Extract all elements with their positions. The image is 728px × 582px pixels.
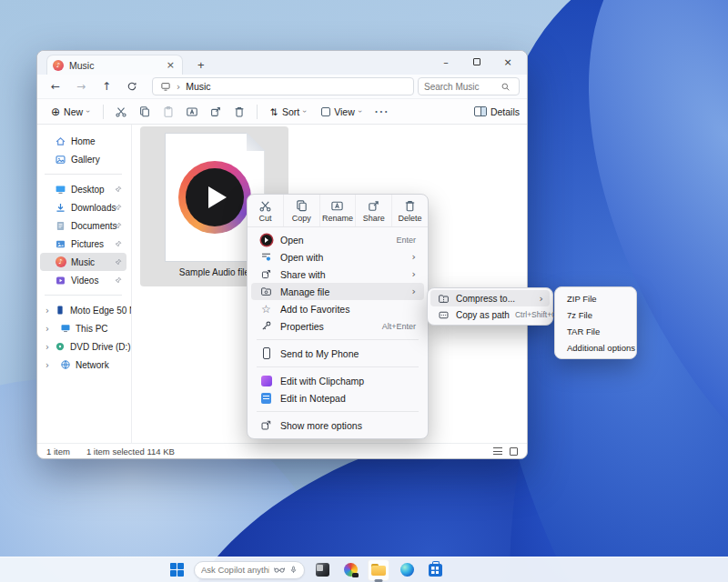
file-explorer-icon [371,564,386,576]
sidebar-item-network[interactable]: Network [40,356,126,374]
microphone-icon[interactable] [289,565,298,575]
menu-item-share-with[interactable]: Share with [251,266,424,283]
maximize-button[interactable] [461,51,492,73]
menu-item-tar-file[interactable]: TAR File [558,323,633,339]
paste-button[interactable] [157,102,179,122]
command-label: Cut [258,214,271,223]
share-button[interactable] [205,102,227,122]
new-button[interactable]: New [45,103,96,121]
minimize-button[interactable] [430,51,461,73]
sidebar-item-dvd-drive[interactable]: DVD Drive (D:) CCC [40,337,126,356]
sidebar-item-desktop[interactable]: Desktop [40,180,126,198]
sidebar-item-pictures[interactable]: Pictures [40,235,126,253]
videos-icon [55,275,66,286]
delete-command[interactable]: Delete [391,195,428,226]
forward-button[interactable] [70,77,92,95]
breadcrumb-path: Music [186,81,210,92]
taskbar-app-msn[interactable] [339,559,361,581]
dark-app-icon [316,563,329,577]
play-icon [208,186,227,208]
menu-item-open-with[interactable]: Open with [251,248,424,266]
command-label: Rename [322,214,353,223]
details-view-toggle-icon[interactable] [493,447,502,455]
cut-command[interactable]: Cut [248,195,283,226]
view-button[interactable]: View [315,104,369,120]
share-command[interactable]: Share [355,195,391,226]
expand-chevron-icon[interactable] [46,342,49,352]
sidebar-item-this-pc[interactable]: This PC [40,319,126,337]
details-label: Details [490,106,520,117]
maximize-icon [473,58,480,65]
navigation-pane: Home Gallery Desktop Downloads [37,125,132,443]
taskbar-app-file-explorer[interactable] [368,559,389,581]
expand-chevron-icon[interactable] [46,360,55,370]
menu-item-properties[interactable]: Properties Alt+Enter [251,317,424,335]
menu-item-edit-with-clipchamp[interactable]: Edit with Clipchamp [251,372,424,389]
sidebar-item-gallery[interactable]: Gallery [40,150,126,168]
compress-to-submenu: ZIP File 7z File TAR File Additional opt… [554,286,637,359]
taskbar-app-store[interactable] [424,559,446,581]
sort-button[interactable]: Sort [264,104,313,120]
sidebar-item-documents[interactable]: Documents [40,216,126,235]
copy-command[interactable]: Copy [283,195,319,226]
expand-chevron-icon[interactable] [46,306,49,316]
sidebar-label: Downloads [71,203,116,213]
command-label: Copy [292,214,311,223]
new-tab-button[interactable]: + [192,55,210,75]
refresh-button[interactable] [121,77,143,95]
copilot-vision-glasses-icon [274,566,285,574]
rename-button[interactable] [181,102,203,122]
menu-item-add-to-favorites[interactable]: Add to Favorites [251,300,424,317]
sidebar-item-videos[interactable]: Videos [40,271,126,289]
start-button[interactable] [166,559,187,581]
menu-item-edit-in-notepad[interactable]: Edit in Notepad [251,389,424,406]
msn-icon [344,563,358,577]
up-button[interactable] [96,77,117,95]
expand-chevron-icon[interactable] [46,324,55,334]
page-fold [247,133,265,151]
taskbar-app-edge[interactable] [396,559,418,581]
cut-button[interactable] [110,102,132,122]
menu-item-zip-file[interactable]: ZIP File [558,290,633,306]
submenu-chevron-icon [412,286,416,297]
menu-item-7z-file[interactable]: 7z File [558,306,633,323]
sidebar-item-phone-device[interactable]: Moto Edge 50 Neo [40,301,126,319]
phone-icon [259,347,273,359]
menu-item-open[interactable]: Open Enter [251,231,424,248]
tab-music[interactable]: Music [46,55,183,75]
phone-device-icon [54,305,66,316]
sidebar-item-music[interactable]: Music [40,253,126,271]
taskbar-app-dark[interactable] [311,559,333,581]
details-toggle[interactable]: Details [474,106,520,117]
taskbar-search[interactable] [194,561,305,579]
music-file-icon [53,60,64,71]
menu-item-show-more-options[interactable]: Show more options [251,416,424,434]
copilot-search-input[interactable] [201,565,269,575]
compress-folder-icon [437,293,450,305]
delete-button[interactable] [228,102,250,122]
menu-item-additional-options[interactable]: Additional options [558,339,633,356]
new-label: New [64,106,83,117]
pictures-icon [55,238,66,250]
tab-close-icon[interactable] [165,59,177,71]
sidebar-item-downloads[interactable]: Downloads [40,198,126,216]
menu-item-compress-to[interactable]: Compress to... [430,290,550,306]
menu-item-manage-file[interactable]: Manage file [251,283,424,300]
large-thumbnail-view-toggle-icon[interactable] [510,447,518,456]
search-input[interactable] [424,82,497,92]
close-button[interactable] [492,51,523,73]
sidebar-divider [45,295,122,296]
more-options-button[interactable] [370,102,392,122]
menu-item-copy-as-path[interactable]: Copy as path Ctrl+Shift+C [430,306,550,323]
sidebar-label: Network [76,360,109,370]
copy-button[interactable] [134,102,156,122]
pin-icon [115,203,122,213]
menu-item-send-to-my-phone[interactable]: Send to My Phone [251,345,424,362]
rename-command[interactable]: Rename [319,195,356,226]
star-icon [259,304,273,315]
sidebar-item-home[interactable]: Home [40,132,126,150]
back-button[interactable] [45,77,66,95]
sidebar-label: This PC [76,324,108,334]
breadcrumb[interactable]: Music [152,77,414,95]
context-command-bar: Cut Copy Rename Share Delete [248,195,428,227]
